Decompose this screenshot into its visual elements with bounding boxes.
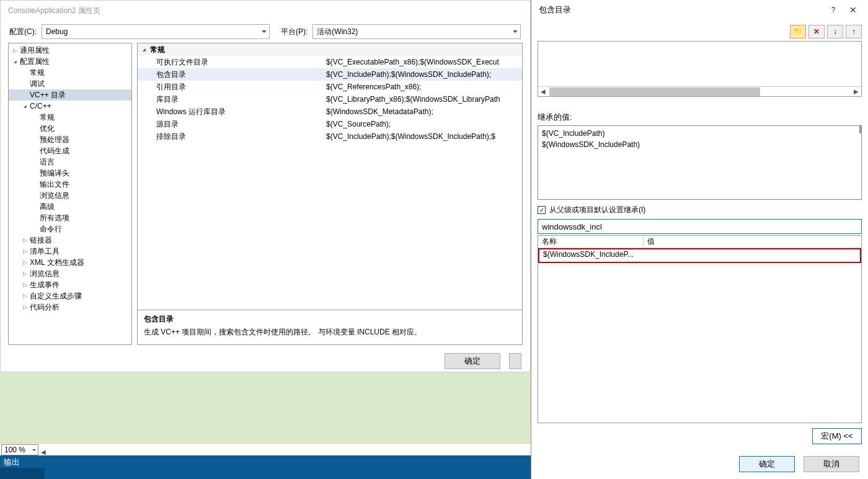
- scroll-left-icon[interactable]: ◀: [538, 87, 548, 96]
- prop-row-ref[interactable]: 引用目录$(VC_ReferencesPath_x86);: [138, 81, 522, 93]
- editor-background: [0, 372, 531, 443]
- popup-ok-button[interactable]: 确定: [739, 456, 795, 472]
- chevron-down-icon: [32, 449, 36, 453]
- delete-button[interactable]: ✕: [808, 25, 825, 38]
- tree-cc-cmdline[interactable]: 命令行: [9, 223, 131, 235]
- bottom-area: 100 % ◀ 输出: [0, 372, 531, 479]
- desc-text: 生成 VC++ 项目期间，搜索包含文件时使用的路径。 与环境变量 INCLUDE…: [144, 327, 516, 338]
- cancel-button-cut[interactable]: [509, 353, 521, 369]
- macro-search-input[interactable]: [538, 219, 862, 234]
- tree-general[interactable]: 常规: [9, 67, 131, 78]
- main-titlebar: ConsoleApplication2 属性页: [1, 1, 530, 20]
- prop-group-header[interactable]: 常规: [138, 43, 522, 56]
- macro-results-list: 名称 值 $(WindowsSDK_IncludeP...: [538, 235, 862, 423]
- popup-cancel-button[interactable]: 取消: [804, 456, 859, 472]
- popup-title: 包含目录: [536, 4, 823, 16]
- result-value: [645, 249, 860, 262]
- zoom-value: 100 %: [4, 445, 25, 454]
- inherit-checkbox[interactable]: ✓: [538, 206, 546, 214]
- output-panel-title[interactable]: 输出: [0, 455, 531, 468]
- property-pages-dialog: ConsoleApplication2 属性页 配置(C): Debug 平台(…: [0, 0, 531, 372]
- horizontal-scrollbar[interactable]: ◀ ▶: [538, 86, 861, 96]
- scroll-indicator: [859, 126, 861, 133]
- chevron-down-icon: [262, 30, 267, 35]
- tree-cc[interactable]: C/C++: [9, 101, 131, 112]
- prop-row-lib[interactable]: 库目录$(VC_LibraryPath_x86);$(WindowsSDK_Li…: [138, 93, 522, 105]
- move-down-button[interactable]: ↓: [827, 25, 843, 38]
- tree-vcpp-dirs[interactable]: VC++ 目录: [9, 89, 131, 101]
- config-label: 配置(C):: [9, 27, 37, 37]
- tree-cc-browse[interactable]: 浏览信息: [9, 190, 131, 201]
- include-dirs-dialog: 包含目录 ? ✕ 📁 ✕ ↓ ↑ ◀ ▶ 继承的值: $(VC_IncludeP…: [531, 0, 868, 479]
- new-folder-button[interactable]: 📁: [790, 25, 806, 38]
- inherited-values-list[interactable]: $(VC_IncludePath) $(WindowsSDK_IncludePa…: [538, 125, 862, 200]
- tree-cc-allopts[interactable]: 所有选项: [9, 212, 131, 223]
- scroll-left-icon[interactable]: ◀: [41, 449, 46, 455]
- results-header-value[interactable]: 值: [644, 236, 861, 248]
- inherited-label: 继承的值:: [538, 112, 862, 123]
- tree-codeanalysis[interactable]: 代码分析: [9, 302, 131, 313]
- inherited-value-item: $(VC_IncludePath): [542, 128, 857, 139]
- delete-icon: ✕: [813, 27, 820, 36]
- close-button[interactable]: ✕: [843, 1, 863, 19]
- scrollbar-thumb[interactable]: [549, 87, 760, 96]
- tree-xmldoc[interactable]: XML 文档生成器: [9, 257, 131, 268]
- tree-cc-adv[interactable]: 高级: [9, 201, 131, 212]
- description-panel: 包含目录 生成 VC++ 项目期间，搜索包含文件时使用的路径。 与环境变量 IN…: [138, 310, 522, 344]
- tree-debug[interactable]: 调试: [9, 78, 131, 89]
- macro-result-row[interactable]: $(WindowsSDK_IncludeP...: [539, 249, 860, 262]
- inherited-value-item: $(WindowsSDK_IncludePath): [542, 139, 857, 150]
- prop-row-winrt[interactable]: Windows 运行库目录$(WindowsSDK_MetadataPath);: [138, 105, 522, 118]
- config-row: 配置(C): Debug 平台(P): 活动(Win32): [1, 20, 530, 43]
- main-title: ConsoleApplication2 属性页: [8, 6, 100, 16]
- tree-cc-general[interactable]: 常规: [9, 112, 131, 123]
- config-combo[interactable]: Debug: [42, 24, 270, 39]
- help-button[interactable]: ?: [823, 1, 843, 19]
- folder-icon: 📁: [794, 27, 803, 36]
- result-name: $(WindowsSDK_IncludeP...: [539, 249, 645, 262]
- prop-row-source[interactable]: 源目录$(VC_SourcePath);: [138, 118, 522, 130]
- desc-title: 包含目录: [144, 314, 516, 325]
- tree-browseinfo[interactable]: 浏览信息: [9, 268, 131, 279]
- tree-custombuild[interactable]: 自定义生成步骤: [9, 290, 131, 302]
- arrow-down-icon: ↓: [833, 27, 837, 36]
- directories-editbox[interactable]: ◀ ▶: [538, 41, 862, 97]
- config-value: Debug: [46, 27, 68, 36]
- move-up-button[interactable]: ↑: [846, 25, 862, 38]
- platform-combo[interactable]: 活动(Win32): [312, 24, 521, 39]
- zoom-select[interactable]: 100 %: [1, 444, 38, 455]
- tree-cc-preproc[interactable]: 预处理器: [9, 134, 131, 145]
- tree-cc-output[interactable]: 输出文件: [9, 179, 131, 190]
- arrow-up-icon: ↑: [852, 27, 856, 36]
- tree-config-props[interactable]: 配置属性: [9, 56, 131, 67]
- platform-label: 平台(P):: [281, 27, 308, 37]
- tree-cc-pch[interactable]: 预编译头: [9, 168, 131, 179]
- category-tree[interactable]: 通用属性 配置属性 常规 调试 VC++ 目录 C/C++ 常规 优化 预处理器…: [8, 43, 132, 345]
- prop-row-exclude[interactable]: 排除目录$(VC_IncludePath);$(WindowsSDK_Inclu…: [138, 130, 522, 143]
- status-bar: [0, 468, 531, 479]
- tree-cc-opt[interactable]: 优化: [9, 123, 131, 134]
- scroll-right-icon[interactable]: ▶: [851, 87, 861, 96]
- results-header-name[interactable]: 名称: [538, 236, 644, 248]
- tree-buildevents[interactable]: 生成事件: [9, 279, 131, 290]
- tree-manifest[interactable]: 清单工具: [9, 246, 131, 257]
- macros-button[interactable]: 宏(M) <<: [812, 428, 862, 444]
- popup-titlebar: 包含目录 ? ✕: [531, 0, 868, 20]
- tree-cc-lang[interactable]: 语言: [9, 156, 131, 168]
- tree-common-props[interactable]: 通用属性: [9, 45, 131, 56]
- inherit-checkbox-row[interactable]: ✓ 从父级或项目默认设置继承(I): [538, 205, 862, 215]
- prop-row-include[interactable]: 包含目录$(VC_IncludePath);$(WindowsSDK_Inclu…: [138, 68, 522, 81]
- properties-panel: 常规 可执行文件目录$(VC_ExecutablePath_x86);$(Win…: [137, 43, 523, 345]
- prop-row-exec[interactable]: 可执行文件目录$(VC_ExecutablePath_x86);$(Window…: [138, 56, 522, 68]
- inherit-label: 从父级或项目默认设置继承(I): [549, 205, 645, 215]
- ok-button[interactable]: 确定: [445, 353, 500, 369]
- tree-linker[interactable]: 链接器: [9, 235, 131, 246]
- platform-value: 活动(Win32): [317, 27, 358, 37]
- chevron-down-icon: [513, 30, 518, 35]
- highlighted-result: $(WindowsSDK_IncludeP...: [538, 248, 861, 263]
- tree-cc-codegen[interactable]: 代码生成: [9, 145, 131, 156]
